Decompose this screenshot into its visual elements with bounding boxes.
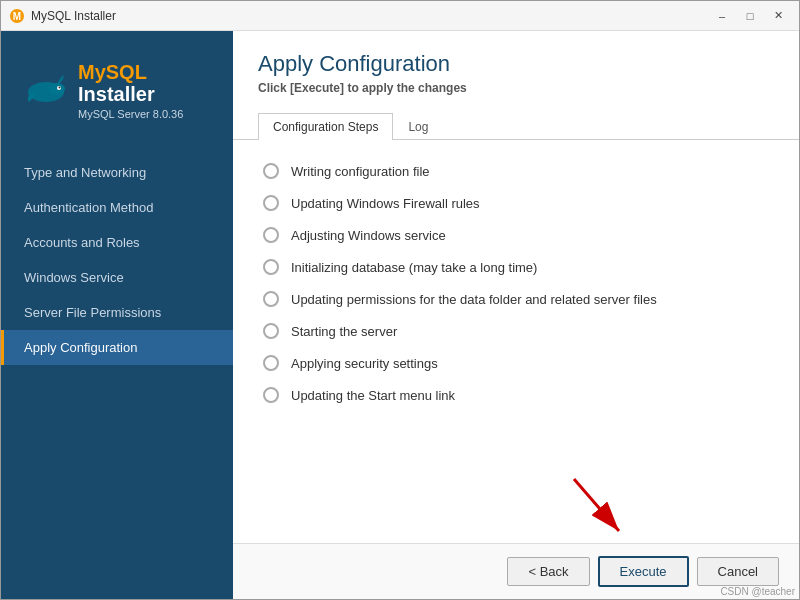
list-item: Starting the server (258, 315, 774, 347)
step-radio-6 (263, 323, 279, 339)
step-radio-3 (263, 227, 279, 243)
step-label-2: Updating Windows Firewall rules (291, 196, 480, 211)
step-label-7: Applying security settings (291, 356, 438, 371)
title-bar-controls: – □ ✕ (709, 6, 791, 26)
subtitle-post: to apply the changes (344, 81, 467, 95)
maximize-button[interactable]: □ (737, 6, 763, 26)
footer: < Back Execute Cancel (233, 543, 799, 599)
step-label-8: Updating the Start menu link (291, 388, 455, 403)
sidebar-nav: Type and Networking Authentication Metho… (1, 155, 233, 365)
sidebar-item-apply-configuration[interactable]: Apply Configuration (1, 330, 233, 365)
title-bar: M MySQL Installer – □ ✕ (1, 1, 799, 31)
close-button[interactable]: ✕ (765, 6, 791, 26)
cancel-button[interactable]: Cancel (697, 557, 779, 586)
step-radio-7 (263, 355, 279, 371)
list-item: Updating permissions for the data folder… (258, 283, 774, 315)
tab-log[interactable]: Log (393, 113, 443, 140)
sidebar-item-authentication-method[interactable]: Authentication Method (1, 190, 233, 225)
mysql-dolphin (21, 70, 66, 112)
svg-text:M: M (13, 11, 21, 22)
sidebar-logo-area: MySQL Installer MySQL Server 8.0.36 (1, 51, 233, 145)
subtitle-key: [Execute] (290, 81, 344, 95)
subtitle-pre: Click (258, 81, 290, 95)
step-radio-4 (263, 259, 279, 275)
step-radio-1 (263, 163, 279, 179)
sidebar-item-accounts-roles[interactable]: Accounts and Roles (1, 225, 233, 260)
step-label-6: Starting the server (291, 324, 397, 339)
step-label-4: Initializing database (may take a long t… (291, 260, 537, 275)
list-item: Applying security settings (258, 347, 774, 379)
sidebar-subtitle: MySQL Server 8.0.36 (78, 108, 213, 120)
tabs-bar: Configuration Steps Log (233, 113, 799, 140)
title-bar-left: M MySQL Installer (9, 8, 116, 24)
sidebar-item-type-networking[interactable]: Type and Networking (1, 155, 233, 190)
page-title: Apply Configuration (258, 51, 774, 77)
page-subtitle: Click [Execute] to apply the changes (258, 81, 774, 95)
svg-point-5 (59, 86, 61, 88)
step-radio-8 (263, 387, 279, 403)
step-label-1: Writing configuration file (291, 164, 430, 179)
main-window: M MySQL Installer – □ ✕ (0, 0, 800, 600)
back-button[interactable]: < Back (507, 557, 589, 586)
list-item: Updating the Start menu link (258, 379, 774, 411)
brand-mysql: MySQL (78, 61, 147, 83)
sidebar-item-windows-service[interactable]: Windows Service (1, 260, 233, 295)
list-item: Adjusting Windows service (258, 219, 774, 251)
step-label-3: Adjusting Windows service (291, 228, 446, 243)
tab-configuration-steps[interactable]: Configuration Steps (258, 113, 393, 140)
title-bar-text: MySQL Installer (31, 9, 116, 23)
sidebar-title-block: MySQL Installer MySQL Server 8.0.36 (78, 61, 213, 120)
main-header: Apply Configuration Click [Execute] to a… (233, 31, 799, 105)
execute-button[interactable]: Execute (598, 556, 689, 587)
sidebar-brand: MySQL Installer (78, 61, 213, 105)
sidebar-item-server-file-permissions[interactable]: Server File Permissions (1, 295, 233, 330)
app-icon: M (9, 8, 25, 24)
step-radio-5 (263, 291, 279, 307)
list-item: Initializing database (may take a long t… (258, 251, 774, 283)
list-item: Updating Windows Firewall rules (258, 187, 774, 219)
watermark: CSDN @teacher (720, 586, 795, 597)
list-item: Writing configuration file (258, 155, 774, 187)
window-body: MySQL Installer MySQL Server 8.0.36 Type… (1, 31, 799, 599)
steps-container: Writing configuration file Updating Wind… (233, 140, 799, 543)
sidebar: MySQL Installer MySQL Server 8.0.36 Type… (1, 31, 233, 599)
step-radio-2 (263, 195, 279, 211)
svg-point-3 (49, 83, 65, 95)
brand-installer: Installer (78, 83, 155, 105)
minimize-button[interactable]: – (709, 6, 735, 26)
main-content: Apply Configuration Click [Execute] to a… (233, 31, 799, 599)
step-label-5: Updating permissions for the data folder… (291, 292, 657, 307)
